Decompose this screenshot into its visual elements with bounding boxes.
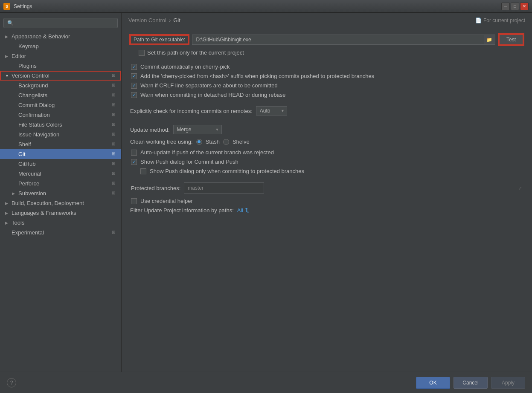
copy-icon: ⊞ (112, 92, 118, 98)
sidebar-item-git[interactable]: Git ⊞ (0, 149, 121, 159)
cancel-button[interactable]: Cancel (454, 377, 488, 389)
breadcrumb-parent: Version Control (128, 17, 166, 23)
cherry-pick-label: Commit automatically on cherry-pick (140, 64, 230, 70)
for-current-project: 📄 For current project (475, 17, 525, 23)
path-input-wrapper: 📁 (192, 35, 495, 45)
path-input[interactable] (192, 35, 495, 45)
option-show-push-protected: Show Push dialog only when committing to… (130, 168, 523, 174)
copy-icon: ⊞ (112, 83, 118, 89)
copy-icon: ⊞ (112, 102, 118, 108)
sidebar-item-issue-navigation[interactable]: Issue Navigation ⊞ (0, 130, 121, 139)
search-input[interactable] (3, 18, 118, 28)
sidebar-item-label: Mercurial (18, 170, 41, 177)
copy-icon: ⊞ (112, 132, 118, 138)
for-project-label: For current project (483, 17, 525, 23)
protected-branches-input-wrapper: ⤢ (184, 182, 523, 194)
copy-icon: ⊞ (112, 122, 118, 128)
update-method-select-wrapper: Merge Rebase Branch Default ▼ (173, 125, 222, 134)
crlf-warn-label: Warn if CRLF line separators are about t… (140, 82, 278, 89)
incoming-commits-label: Explicitly check for incoming commits on… (130, 108, 253, 114)
sidebar-item-label: File Status Colors (18, 121, 62, 128)
use-credential-checkbox[interactable] (131, 198, 137, 204)
close-button[interactable]: ✕ (520, 3, 529, 10)
sidebar-item-appearance[interactable]: ▶ Appearance & Behavior (0, 32, 121, 41)
sidebar-item-plugins[interactable]: Plugins (0, 61, 121, 71)
clean-tree-row: Clean working tree using: Stash Shelve (130, 139, 523, 145)
arrow-icon: ▼ (5, 74, 9, 78)
crlf-warn-checkbox[interactable] (131, 83, 137, 89)
set-path-only-row: Set this path only for the current proje… (130, 49, 523, 56)
browse-button[interactable]: 📁 (484, 35, 495, 45)
main-container: ▶ Appearance & Behavior Keymap ▶ Editor … (0, 13, 532, 372)
clean-tree-label: Clean working tree using: (130, 139, 193, 145)
sidebar-item-changelists[interactable]: Changelists ⊞ (0, 90, 121, 100)
show-push-protected-checkbox[interactable] (140, 168, 146, 174)
test-button[interactable]: Test (499, 34, 523, 45)
filter-update-value[interactable]: All ⇅ (237, 207, 250, 214)
auto-update-checkbox[interactable] (131, 150, 137, 156)
minimize-button[interactable]: ─ (501, 3, 510, 10)
copy-icon: ⊞ (112, 171, 118, 177)
sidebar-item-label: Appearance & Behavior (12, 33, 70, 40)
incoming-commits-row: Explicitly check for incoming commits on… (130, 106, 523, 116)
protected-branches-input[interactable] (184, 182, 264, 194)
maximize-button[interactable]: □ (511, 3, 519, 10)
expand-icon[interactable]: ⤢ (518, 186, 522, 191)
copy-icon: ⊞ (112, 112, 118, 118)
use-credential-label: Use credential helper (140, 198, 193, 204)
help-button[interactable]: ? (7, 378, 16, 387)
sidebar-item-file-status-colors[interactable]: File Status Colors ⊞ (0, 120, 121, 130)
option-show-push-dialog: Show Push dialog for Commit and Push (130, 159, 523, 165)
option-crlf-warn: Warn if CRLF line separators are about t… (130, 82, 523, 89)
sidebar-item-keymap[interactable]: Keymap (0, 41, 121, 51)
sidebar-item-confirmation[interactable]: Confirmation ⊞ (0, 110, 121, 120)
option-cherry-pick: Commit automatically on cherry-pick (130, 64, 523, 70)
show-push-dialog-label: Show Push dialog for Commit and Push (140, 159, 238, 165)
sidebar-item-commit-dialog[interactable]: Commit Dialog ⊞ (0, 100, 121, 110)
window-title: Settings (14, 3, 501, 9)
sidebar-item-version-control[interactable]: ▼ Version Control ⊞ (0, 71, 121, 81)
sidebar-item-subversion[interactable]: ▶ Subversion ⊞ (0, 188, 121, 198)
sidebar-item-mercurial[interactable]: Mercurial ⊞ (0, 169, 121, 179)
sidebar-item-experimental[interactable]: Experimental ⊞ (0, 228, 121, 237)
sidebar-item-background[interactable]: Background ⊞ (0, 81, 121, 90)
apply-button[interactable]: Apply (491, 377, 525, 389)
sidebar-item-languages-frameworks[interactable]: ▶ Languages & Frameworks (0, 208, 121, 218)
copy-icon: ⊞ (112, 151, 118, 157)
stash-radio[interactable] (196, 139, 202, 145)
cherry-pick-checkbox[interactable] (131, 64, 137, 70)
sidebar-item-perforce[interactable]: Perforce ⊞ (0, 179, 121, 188)
sidebar-item-label: Tools (12, 220, 24, 226)
update-method-select[interactable]: Merge Rebase Branch Default (173, 125, 222, 134)
sidebar-item-label: Background (18, 82, 48, 89)
filter-update-row: Filter Update Project information by pat… (130, 207, 523, 214)
arrow-icon: ▶ (5, 221, 9, 225)
breadcrumb: Version Control › Git 📄 For current proj… (122, 13, 532, 27)
stash-label: Stash (206, 139, 220, 145)
sidebar-item-label: Commit Dialog (18, 102, 55, 108)
show-push-dialog-checkbox[interactable] (131, 159, 137, 165)
sidebar-item-tools[interactable]: ▶ Tools (0, 218, 121, 228)
sidebar-item-label: Languages & Frameworks (12, 210, 76, 216)
sidebar-item-build-execution[interactable]: ▶ Build, Execution, Deployment (0, 198, 121, 208)
detached-head-checkbox[interactable] (131, 92, 137, 98)
sidebar-item-shelf[interactable]: Shelf ⊞ (0, 139, 121, 149)
shelve-radio[interactable] (223, 139, 229, 145)
sidebar-item-editor[interactable]: ▶ Editor (0, 51, 121, 61)
sidebar-item-label: Changelists (18, 92, 47, 98)
sidebar-item-label: Plugins (18, 63, 37, 69)
option-cherry-pick-suffix: Add the 'cherry-picked from <hash>' suff… (130, 73, 523, 79)
option-auto-update: Auto-update if push of the current branc… (130, 149, 523, 156)
set-path-only-checkbox[interactable] (139, 50, 145, 56)
filter-sort-icon: ⇅ (245, 207, 250, 214)
arrow-icon: ▶ (5, 35, 9, 39)
content-area: Version Control › Git 📄 For current proj… (122, 13, 532, 372)
sidebar-item-github[interactable]: GitHub ⊞ (0, 159, 121, 169)
incoming-commits-select[interactable]: Auto Never Always (256, 106, 287, 116)
show-push-protected-label: Show Push dialog only when committing to… (150, 168, 304, 174)
update-method-label: Update method: (130, 127, 170, 133)
sidebar: ▶ Appearance & Behavior Keymap ▶ Editor … (0, 13, 122, 372)
cherry-pick-suffix-checkbox[interactable] (131, 73, 137, 79)
filter-update-label: Filter Update Project information by pat… (130, 207, 234, 214)
ok-button[interactable]: OK (416, 377, 450, 389)
